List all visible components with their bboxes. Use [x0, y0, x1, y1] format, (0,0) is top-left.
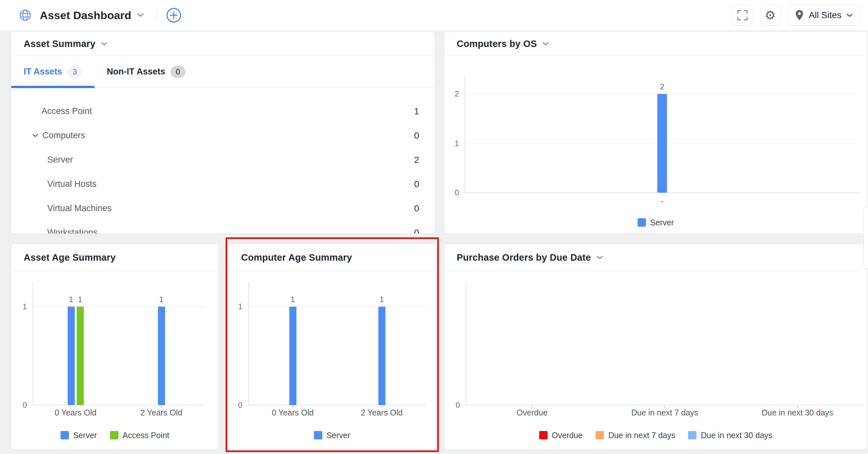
settings-button[interactable]: ⚙ — [760, 5, 781, 26]
bar[interactable] — [68, 307, 75, 405]
legend-item[interactable]: Due in next 30 days — [688, 431, 772, 440]
card-menu-chevron-icon[interactable] — [541, 41, 550, 47]
asset-row[interactable]: Access Point1 — [11, 99, 435, 123]
category-label: 2 Years Old — [327, 408, 436, 417]
x-axis-tick — [662, 193, 662, 196]
legend-item[interactable]: Due in next 7 days — [595, 431, 675, 440]
bar-value-label: 1 — [283, 295, 303, 304]
legend-chip — [688, 431, 696, 440]
bar[interactable] — [289, 307, 297, 405]
dashboard-selector-chevron-icon[interactable] — [136, 12, 145, 18]
bar[interactable] — [657, 94, 667, 193]
tab-it-assets[interactable]: IT Assets 3 — [11, 56, 94, 87]
bar-chart-computers-by-os: 2102-Server — [444, 56, 867, 234]
site-selector-label: All Sites — [809, 10, 841, 21]
asset-row-value: 0 — [414, 179, 419, 189]
grid-line — [248, 405, 426, 405]
asset-row-value: 0 — [414, 203, 419, 214]
y-axis-line — [466, 282, 466, 405]
card-header: Asset Summary — [11, 32, 435, 56]
side-panel-handle[interactable] — [864, 206, 868, 269]
card-title: Computer Age Summary — [241, 252, 352, 263]
bar-chart-computer-age-summary: 1010 Years Old12 Years OldServer — [229, 271, 435, 450]
card-header: Computer Age Summary — [229, 244, 435, 271]
asset-row-label: Access Point — [11, 106, 92, 116]
asset-row[interactable]: Computers0 — [11, 123, 435, 148]
tab-label: Non-IT Assets — [107, 67, 165, 77]
bar-value-label: 1 — [152, 295, 171, 304]
asset-row[interactable]: Server2 — [11, 148, 435, 172]
asset-row-value: 0 — [414, 228, 419, 234]
legend-item[interactable]: Server — [638, 218, 674, 227]
legend-chip — [61, 431, 69, 440]
legend-label: Due in next 30 days — [701, 431, 772, 440]
site-selector[interactable]: All Sites — [788, 5, 860, 26]
y-axis-line — [465, 75, 465, 193]
card-header: Computers by OS — [444, 32, 867, 56]
asset-row-value: 0 — [414, 130, 419, 141]
legend-chip — [638, 218, 646, 227]
row-expander-icon[interactable] — [31, 133, 39, 138]
chevron-down-icon — [845, 12, 854, 18]
bar[interactable] — [378, 307, 385, 405]
card-header: Asset Age Summary — [11, 244, 218, 271]
axis-tick-label: 1 — [12, 302, 27, 311]
chart-legend: Server — [444, 217, 867, 228]
card-title: Purchase Orders by Due Date — [457, 252, 591, 263]
asset-row[interactable]: Virtual Hosts0 — [11, 172, 435, 196]
fullscreen-button[interactable] — [732, 5, 753, 26]
grid-line — [33, 405, 204, 405]
legend-label: Overdue — [552, 431, 583, 440]
card-asset-summary: Asset Summary IT Assets 3 Non-IT Assets … — [11, 31, 435, 234]
legend-label: Server — [327, 431, 350, 440]
location-pin-icon — [794, 9, 805, 22]
card-title: Asset Age Summary — [24, 252, 116, 263]
bar[interactable] — [77, 307, 84, 405]
fullscreen-icon — [738, 11, 747, 20]
legend-label: Access Point — [123, 431, 169, 440]
legend-label: Server — [650, 218, 674, 227]
card-title: Asset Summary — [24, 38, 95, 49]
top-bar: Asset Dashboard ⚙ — [0, 0, 868, 31]
bar-value-label: 1 — [372, 295, 392, 304]
card-asset-age-summary: Asset Age Summary 10110 Years Old12 Year… — [11, 244, 219, 450]
legend-item[interactable]: Access Point — [110, 431, 169, 440]
asset-row-label: Virtual Hosts — [11, 179, 97, 189]
asset-row-label: Server — [11, 155, 73, 165]
chart-legend: OverdueDue in next 7 daysDue in next 30 … — [444, 430, 867, 441]
category-label: 2 Years Old — [106, 408, 217, 417]
bar[interactable] — [158, 307, 165, 405]
chart-legend: Server — [229, 430, 435, 441]
divider — [157, 8, 157, 22]
card-computers-by-os: Computers by OS 2102-Server — [444, 31, 867, 234]
card-title: Computers by OS — [457, 38, 537, 49]
asset-row[interactable]: Virtual Machines0 — [11, 196, 435, 220]
axis-tick-label: 1 — [445, 139, 459, 148]
asset-row-label: Computers — [42, 130, 85, 141]
legend-item[interactable]: Server — [314, 431, 350, 440]
card-header: Purchase Orders by Due Date — [444, 244, 867, 271]
tab-non-it-assets[interactable]: Non-IT Assets 0 — [94, 56, 198, 87]
tab-count-badge: 3 — [67, 66, 82, 78]
y-axis-line — [248, 282, 249, 405]
asset-row-label: Workstations — [11, 228, 98, 234]
legend-label: Due in next 7 days — [608, 431, 675, 440]
bar-chart-asset-age-summary: 10110 Years Old12 Years OldServerAccess … — [11, 271, 218, 450]
category-label: Due in next 7 days — [610, 408, 720, 417]
asset-row[interactable]: Workstations0 — [11, 220, 435, 234]
card-computer-age-summary: Computer Age Summary 1010 Years Old12 Ye… — [228, 244, 436, 450]
legend-item[interactable]: Server — [61, 431, 97, 440]
add-dashboard-button[interactable] — [165, 7, 182, 24]
axis-tick-label: 0 — [446, 400, 460, 410]
asset-type-list: Access Point1Computers0Server2Virtual Ho… — [11, 88, 435, 234]
category-label: Overdue — [477, 408, 587, 417]
legend-chip — [595, 431, 604, 440]
y-axis-line — [33, 282, 33, 405]
tab-count-badge: 0 — [170, 66, 185, 78]
asset-row-value: 2 — [414, 155, 419, 165]
card-menu-chevron-icon[interactable] — [100, 41, 108, 47]
asset-row-label: Virtual Machines — [11, 203, 112, 213]
page-title: Asset Dashboard — [40, 9, 131, 22]
card-menu-chevron-icon[interactable] — [595, 255, 604, 260]
legend-item[interactable]: Overdue — [539, 431, 583, 440]
